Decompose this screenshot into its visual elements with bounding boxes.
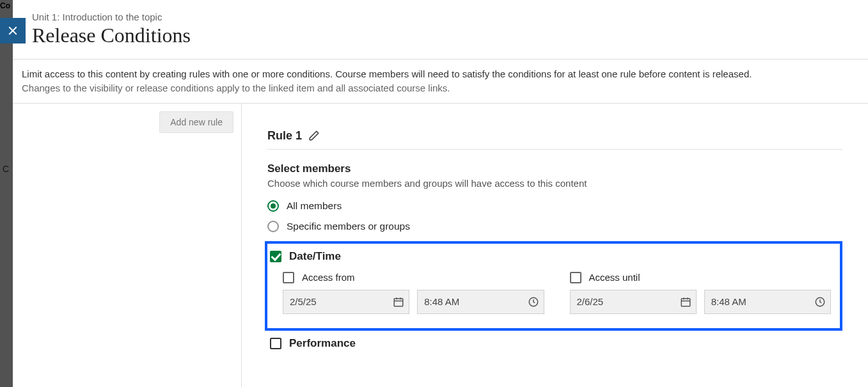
rule-title: Rule 1 [267, 129, 302, 143]
datetime-grid: Access from [267, 272, 831, 314]
radio-icon [267, 221, 279, 232]
performance-toggle-row[interactable]: Performance [267, 337, 842, 350]
datetime-toggle-row[interactable]: Date/Time [267, 250, 831, 263]
rule-header: Rule 1 [267, 129, 842, 150]
checkbox-icon [283, 272, 294, 283]
access-from-date-input[interactable] [283, 290, 409, 314]
access-from-toggle[interactable]: Access from [283, 272, 544, 283]
close-icon [7, 25, 19, 36]
access-from-column: Access from [283, 272, 544, 314]
edit-rule-icon[interactable] [308, 130, 320, 141]
datetime-section-label: Date/Time [289, 250, 341, 263]
rule-content: Rule 1 Select members Choose which cours… [242, 104, 868, 388]
access-until-column: Access until [570, 272, 832, 314]
datetime-highlight: Date/Time Access from [265, 241, 842, 331]
page-title: Release Conditions [32, 24, 849, 47]
rules-sidebar: Add new rule [13, 104, 242, 388]
intro-line-1: Limit access to this content by creating… [22, 67, 859, 81]
radio-label: All members [287, 200, 342, 212]
checkbox-icon [270, 338, 281, 349]
breadcrumb: Unit 1: Introduction to the topic [32, 12, 849, 22]
checkbox-icon [270, 251, 281, 262]
access-until-toggle[interactable]: Access until [570, 272, 832, 283]
access-until-date-input[interactable] [570, 290, 697, 314]
access-until-time-input[interactable] [704, 290, 831, 314]
access-from-time-input[interactable] [417, 290, 544, 314]
background-dim [0, 0, 13, 387]
intro-line-2: Changes to the visibility or release con… [22, 81, 859, 95]
select-members-section: Select members Choose which course membe… [267, 162, 842, 232]
intro-text: Limit access to this content by creating… [13, 59, 868, 104]
radio-all-members[interactable]: All members [267, 200, 842, 212]
access-from-label: Access from [302, 272, 355, 283]
add-new-rule-button[interactable]: Add new rule [159, 111, 233, 133]
close-button[interactable] [0, 18, 26, 43]
release-conditions-panel: Unit 1: Introduction to the topic Releas… [13, 0, 868, 387]
radio-icon [267, 200, 279, 212]
checkbox-icon [570, 272, 581, 283]
radio-specific-members[interactable]: Specific members or groups [267, 221, 842, 232]
panel-header: Unit 1: Introduction to the topic Releas… [13, 0, 868, 59]
performance-section-label: Performance [289, 337, 356, 350]
access-until-label: Access until [589, 272, 640, 283]
select-members-subtitle: Choose which course members and groups w… [267, 178, 842, 189]
select-members-title: Select members [267, 162, 842, 175]
radio-label: Specific members or groups [287, 221, 410, 232]
